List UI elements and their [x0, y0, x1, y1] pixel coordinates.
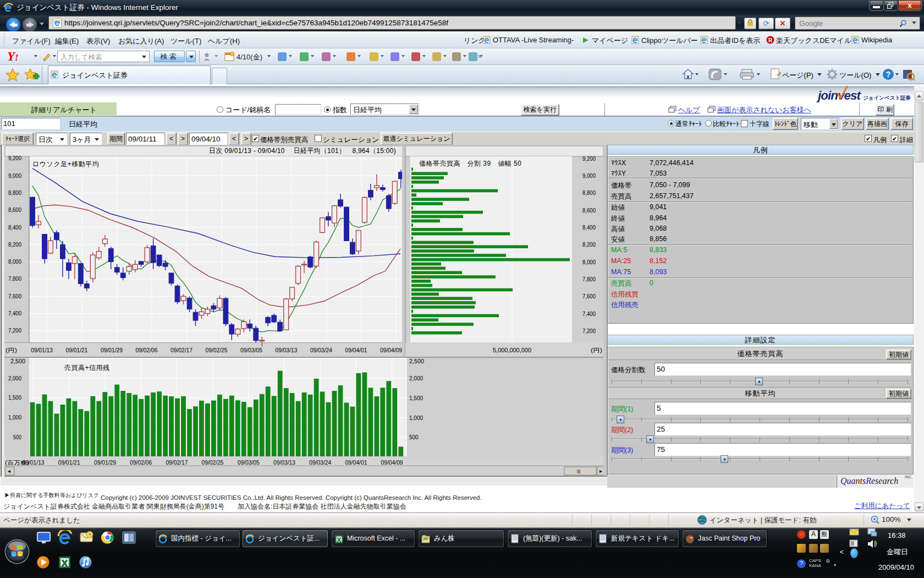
svg-text:09/02/06: 09/02/06 — [130, 460, 152, 466]
svg-text:09/03/05: 09/03/05 — [240, 347, 262, 353]
svg-text:09/04/01: 09/04/01 — [345, 347, 367, 353]
svg-text:9,000: 9,000 — [582, 173, 596, 179]
svg-text:1,000: 1,000 — [8, 415, 21, 421]
svg-text:5,000,000,000: 5,000,000,000 — [493, 347, 531, 353]
svg-text:日次 09/01/13 - 09/04/10 日経平均（1: 日次 09/01/13 - 09/04/10 日経平均（101） 8,964（1… — [209, 147, 396, 155]
svg-text:09/01/13: 09/01/13 — [31, 347, 53, 353]
svg-text:2,500: 2,500 — [409, 358, 424, 364]
svg-text:9,000: 9,000 — [8, 173, 21, 179]
svg-text:8,400: 8,400 — [582, 225, 596, 231]
svg-text:8,000: 8,000 — [8, 259, 21, 265]
svg-text:7,400: 7,400 — [8, 310, 21, 317]
svg-text:7,600: 7,600 — [8, 293, 21, 299]
svg-text:(円): (円) — [6, 347, 17, 353]
svg-text:8,400: 8,400 — [8, 225, 21, 231]
svg-text:09/02/25: 09/02/25 — [202, 460, 224, 466]
svg-text:8,600: 8,600 — [582, 208, 596, 214]
svg-text:?: ? — [886, 70, 891, 79]
svg-text:500: 500 — [13, 434, 21, 440]
svg-text:(百万株): (百万株) — [5, 460, 29, 466]
svg-text:7,600: 7,600 — [582, 293, 596, 299]
svg-text:7,800: 7,800 — [8, 276, 21, 282]
svg-text:◂: ◂ — [8, 468, 10, 474]
svg-text:09/02/25: 09/02/25 — [206, 347, 228, 353]
svg-text:R: R — [768, 37, 773, 43]
svg-text:09/03/13: 09/03/13 — [276, 347, 298, 353]
svg-text:|||: ||| — [577, 468, 580, 473]
svg-text:ロウソク足+移動平均: ロウソク足+移動平均 — [32, 160, 99, 168]
svg-text:9,200: 9,200 — [582, 156, 596, 162]
svg-text:09/01/21: 09/01/21 — [66, 347, 88, 353]
svg-text:2,000: 2,000 — [8, 375, 21, 381]
svg-text:09/02/06: 09/02/06 — [136, 347, 158, 353]
svg-text:09/03/24: 09/03/24 — [310, 347, 332, 353]
svg-text:7,800: 7,800 — [582, 276, 596, 282]
svg-text:09/01/29: 09/01/29 — [94, 460, 116, 466]
svg-text:8,200: 8,200 — [582, 242, 596, 248]
svg-text:8,200: 8,200 — [8, 242, 21, 248]
svg-text:09/02/17: 09/02/17 — [166, 460, 188, 466]
svg-text:09/04/09: 09/04/09 — [381, 460, 403, 466]
svg-text:09/03/24: 09/03/24 — [309, 460, 331, 466]
svg-text:▸: ▸ — [600, 468, 602, 474]
svg-text:売買高+信用残: 売買高+信用残 — [64, 364, 110, 372]
svg-text:500: 500 — [409, 434, 419, 440]
svg-text:09/04/01: 09/04/01 — [345, 460, 367, 466]
svg-text:(円): (円) — [591, 347, 602, 353]
svg-text:09/01/21: 09/01/21 — [58, 460, 80, 466]
svg-text:09/03/13: 09/03/13 — [273, 460, 295, 466]
svg-text:09/01/29: 09/01/29 — [101, 347, 123, 353]
svg-text:1,500: 1,500 — [8, 395, 21, 401]
svg-text:09/04/09: 09/04/09 — [380, 347, 402, 353]
svg-text:1,500: 1,500 — [409, 395, 423, 401]
svg-text:2,500: 2,500 — [10, 358, 25, 364]
svg-text:8,600: 8,600 — [8, 207, 21, 213]
svg-text:8,800: 8,800 — [8, 190, 21, 196]
svg-text:09/03/05: 09/03/05 — [238, 460, 260, 466]
svg-text:9,200: 9,200 — [8, 155, 21, 161]
svg-text:1,000: 1,000 — [409, 415, 423, 421]
svg-text:8,000: 8,000 — [582, 259, 596, 265]
svg-text:2,000: 2,000 — [409, 375, 423, 381]
svg-text:7,200: 7,200 — [8, 328, 21, 334]
svg-text:8,800: 8,800 — [582, 190, 596, 196]
svg-text:価格帯売買高 分割 39 値幅 50: 価格帯売買高 分割 39 値幅 50 — [419, 160, 521, 167]
svg-text:7,400: 7,400 — [582, 311, 596, 317]
svg-text:7,200: 7,200 — [582, 328, 596, 334]
svg-text:09/02/17: 09/02/17 — [170, 347, 193, 353]
